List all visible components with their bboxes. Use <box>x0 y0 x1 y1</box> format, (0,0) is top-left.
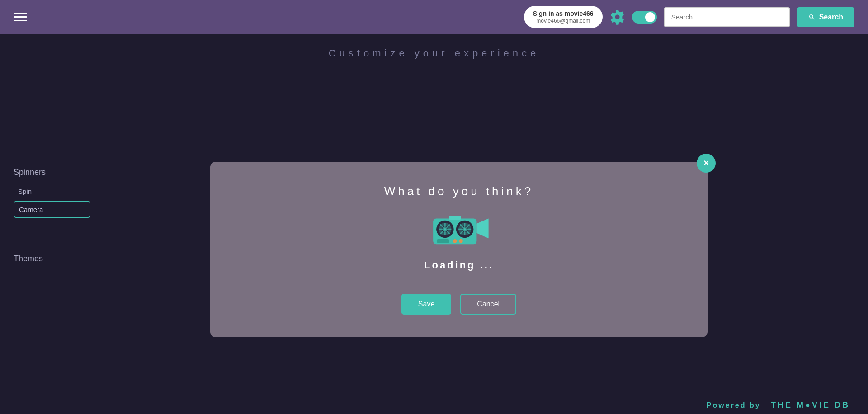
search-button-label: Search <box>819 13 843 21</box>
svg-point-17 <box>459 239 463 243</box>
gear-icon[interactable] <box>609 9 625 25</box>
sign-in-button[interactable]: Sign in as movie466 movie466@gmail.com <box>524 6 603 28</box>
theme-toggle[interactable] <box>632 11 657 24</box>
email-label: movie466@gmail.com <box>536 18 590 25</box>
page-title: Customize your experience <box>0 47 868 59</box>
footer: Powered by THE M●VIE DB <box>0 396 868 414</box>
page-title-bar: Customize your experience <box>0 34 868 68</box>
modal-actions: Save Cancel <box>401 294 516 315</box>
search-input[interactable] <box>664 7 790 27</box>
username-label: Sign in as movie466 <box>533 9 594 18</box>
search-icon <box>808 14 816 21</box>
modal-close-button[interactable]: × <box>697 154 716 173</box>
tmdb-logo: THE M●VIE DB <box>771 400 850 409</box>
header-right: Sign in as movie466 movie466@gmail.com S… <box>524 6 854 28</box>
svg-marker-18 <box>476 218 488 238</box>
svg-point-16 <box>453 239 457 243</box>
content-area: × What do you think? <box>99 68 868 414</box>
camera-spinner-icon <box>427 212 491 253</box>
modal-title: What do you think? <box>384 184 534 198</box>
powered-by-label: Powered by <box>707 401 761 409</box>
svg-rect-19 <box>449 216 461 220</box>
close-icon: × <box>703 158 709 168</box>
header: Sign in as movie466 movie466@gmail.com S… <box>0 0 868 34</box>
save-button[interactable]: Save <box>401 294 451 315</box>
hamburger-menu[interactable] <box>14 13 27 21</box>
search-button[interactable]: Search <box>797 7 854 27</box>
modal-dialog: × What do you think? <box>210 162 708 337</box>
modal-container: × What do you think? <box>63 77 854 414</box>
svg-rect-15 <box>437 239 449 243</box>
powered-by-text: Powered by THE M●VIE DB <box>707 400 850 410</box>
cancel-button[interactable]: Cancel <box>460 294 516 315</box>
loading-text: Loading ... <box>424 259 494 271</box>
